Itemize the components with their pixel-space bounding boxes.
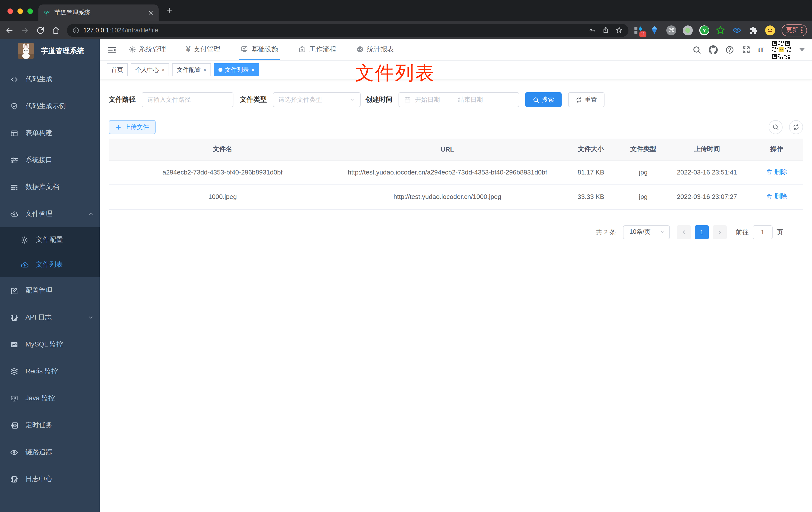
sidebar-menu: 代码生成 代码生成示例 表单构建 系统接口 数据库文档 (0, 66, 100, 492)
tab-close-icon[interactable] (148, 10, 154, 16)
start-date-placeholder[interactable]: 开始日期 (415, 95, 440, 104)
log-edit-icon (10, 313, 19, 322)
page-size-select[interactable]: 10条/页 (623, 225, 670, 239)
upload-file-button[interactable]: 上传文件 (109, 120, 155, 134)
forward-icon[interactable] (21, 26, 29, 35)
nav-item-infra[interactable]: 基础设施 (239, 39, 280, 60)
delete-button[interactable]: 删除 (766, 166, 787, 177)
extensions-puzzle-icon[interactable] (749, 25, 759, 35)
file-type-select[interactable]: 请选择文件类型 (273, 92, 360, 107)
tags-view-bar: 首页 个人中心 × 文件配置 × 文件列表 × (100, 60, 812, 79)
close-icon[interactable]: × (251, 67, 255, 73)
site-info-icon[interactable] (72, 27, 79, 34)
ext-green-dot-icon[interactable] (683, 25, 693, 35)
delete-button[interactable]: 删除 (766, 191, 787, 202)
search-icon[interactable] (692, 46, 701, 54)
col-file-name: 文件名 (109, 139, 337, 160)
form-builder-icon (10, 129, 19, 137)
nav-item-report[interactable]: 统计报表 (355, 39, 396, 60)
tag-file-config[interactable]: 文件配置 × (172, 63, 211, 76)
tab-title: 芋道管理系统 (54, 8, 148, 17)
user-avatar-qr[interactable] (771, 40, 791, 60)
help-icon[interactable] (725, 46, 734, 54)
address-bar[interactable]: 127.0.0.1:1024/infra/file/file (67, 24, 629, 37)
toggle-search-button[interactable] (768, 120, 783, 134)
reload-icon[interactable] (36, 26, 45, 35)
page-number-1[interactable]: 1 (695, 225, 709, 239)
search-button[interactable]: 搜索 (525, 92, 561, 107)
sidebar-item-mysql-monitor[interactable]: MySQL 监控 (0, 331, 100, 358)
goto-page-input[interactable] (753, 225, 773, 239)
browser-tab[interactable]: 芋道管理系统 (38, 4, 158, 21)
sidebar-item-form-builder[interactable]: 表单构建 (0, 120, 100, 147)
refresh-table-button[interactable] (789, 120, 803, 134)
tag-profile[interactable]: 个人中心 × (131, 63, 169, 76)
url-text[interactable]: 127.0.0.1:1024/infra/file/file (83, 27, 158, 34)
ext-eye-icon[interactable] (732, 25, 742, 35)
ext-kite-icon[interactable] (650, 25, 660, 35)
file-path-input[interactable] (142, 92, 233, 107)
sidebar-item-tracing[interactable]: 链路追踪 (0, 439, 100, 465)
maximize-window-button[interactable] (27, 8, 33, 14)
date-range-picker[interactable]: 开始日期 - 结束日期 (399, 92, 519, 107)
github-icon[interactable] (709, 46, 718, 54)
sidebar-item-file-config[interactable]: 文件配置 (0, 227, 100, 252)
close-window-button[interactable] (7, 8, 13, 14)
ext-command-icon[interactable] (666, 25, 676, 35)
sidebar-item-code-gen[interactable]: 代码生成 (0, 66, 100, 93)
sidebar-item-config-manage[interactable]: 配置管理 (0, 277, 100, 304)
sidebar-item-system-api[interactable]: 系统接口 (0, 147, 100, 174)
bookmark-star-icon[interactable] (615, 26, 623, 34)
font-size-icon[interactable]: tT (758, 46, 764, 54)
sidebar-item-log-center[interactable]: 日志中心 (0, 465, 100, 492)
sidebar-item-db-doc[interactable]: 数据库文档 (0, 174, 100, 201)
home-icon[interactable] (51, 26, 60, 35)
sidebar-item-redis-monitor[interactable]: Redis 监控 (0, 358, 100, 385)
window-controls[interactable] (7, 8, 33, 14)
avatar-dropdown-caret[interactable] (800, 48, 805, 51)
sidebar-collapse-icon[interactable] (107, 45, 117, 55)
create-time-label: 创建时间 (366, 95, 393, 104)
sidebar-logo-row[interactable]: 芋道管理系统 (0, 39, 100, 62)
nav-item-system[interactable]: 系统管理 (127, 39, 168, 60)
tag-file-list[interactable]: 文件列表 × (214, 63, 259, 76)
goto-label: 前往 (736, 228, 749, 237)
col-url: URL (337, 139, 559, 160)
app-header: 系统管理 ¥ 支付管理 基础设施 工作流程 (100, 39, 812, 60)
refresh-icon (576, 96, 582, 103)
sidebar-item-java-monitor[interactable]: Java 监控 (0, 385, 100, 412)
back-icon[interactable] (5, 26, 14, 35)
reset-button[interactable]: 重置 (568, 92, 605, 107)
ext-star-icon[interactable] (716, 25, 726, 35)
sidebar-item-code-gen-demo[interactable]: 代码生成示例 (0, 93, 100, 120)
timer-icon (10, 421, 19, 429)
profile-avatar-emoji[interactable] (765, 25, 775, 35)
tag-home[interactable]: 首页 (107, 63, 128, 76)
update-button[interactable]: 更新 (782, 24, 807, 36)
table-header-row: 文件名 URL 文件大小 文件类型 上传时间 操作 (109, 139, 803, 160)
nav-item-workflow[interactable]: 工作流程 (297, 39, 338, 60)
password-key-icon[interactable] (588, 26, 596, 34)
prev-page-button[interactable] (677, 225, 691, 239)
new-tab-button[interactable] (166, 6, 173, 14)
sidebar-item-scheduled-tasks[interactable]: 定时任务 (0, 412, 100, 439)
close-icon[interactable]: × (162, 67, 165, 73)
sidebar-item-file-manage[interactable]: 文件管理 (0, 201, 100, 227)
search-icon (533, 96, 539, 103)
end-date-placeholder[interactable]: 结束日期 (458, 95, 483, 104)
ext-grid-icon[interactable]: 11 (633, 25, 643, 35)
minimize-window-button[interactable] (18, 8, 23, 14)
sidebar-item-file-list[interactable]: 文件列表 (0, 252, 100, 277)
next-page-button[interactable] (713, 225, 727, 239)
chevron-down-icon (660, 230, 665, 235)
fullscreen-icon[interactable] (742, 46, 751, 54)
nav-item-pay[interactable]: ¥ 支付管理 (184, 39, 222, 60)
sidebar-item-api-log[interactable]: API 日志 (0, 304, 100, 331)
close-icon[interactable]: × (203, 67, 206, 73)
ext-y-icon[interactable]: Y (699, 25, 709, 35)
ext-badge: 11 (639, 31, 646, 37)
browser-menu-icon[interactable] (801, 27, 803, 33)
pagination: 共 2 条 10条/页 1 前往 页 (109, 225, 803, 239)
chevron-up-icon (88, 211, 94, 217)
share-icon[interactable] (602, 26, 609, 34)
